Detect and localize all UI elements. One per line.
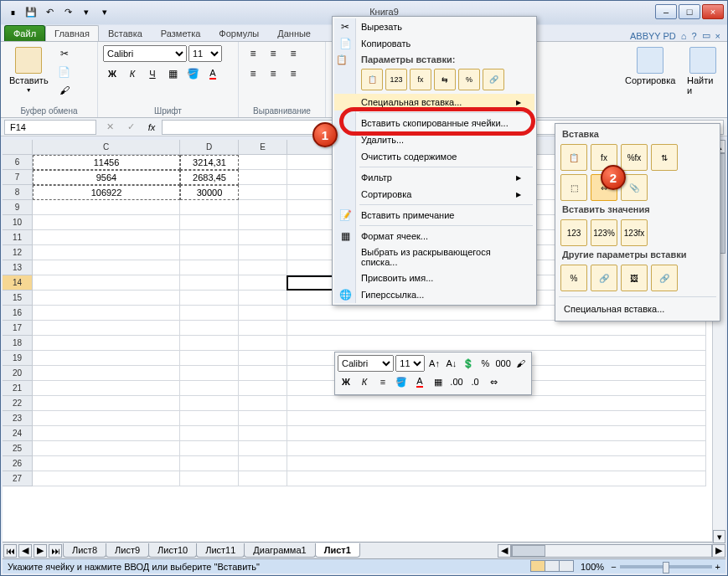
sheet-tab[interactable]: Лист10 [148,543,197,558]
sheet-tab-active[interactable]: Лист1 [315,543,360,558]
mini-align[interactable]: ≡ [374,373,391,390]
bold-button[interactable]: Ж [103,65,121,82]
scroll-down-button[interactable]: ▾ [713,530,725,543]
cell[interactable] [239,200,287,215]
cell[interactable] [239,215,287,230]
find-select-button[interactable]: Найти и [684,45,722,97]
align-left-icon[interactable]: ≡ [244,65,262,82]
align-mid-icon[interactable]: ≡ [264,45,282,62]
cell[interactable] [33,230,180,245]
cell[interactable] [33,456,180,471]
row-header[interactable]: 16 [3,306,33,321]
cell[interactable] [287,426,706,441]
paste-link-icon[interactable]: 🔗 [483,69,504,90]
cell[interactable] [239,230,287,245]
paste-button[interactable]: Вставить ▼ [6,45,52,95]
cell[interactable] [180,396,239,411]
cell[interactable]: 2683,45 [180,170,239,185]
cell[interactable] [180,366,239,381]
cell[interactable] [287,471,706,486]
paste-format-icon[interactable]: % [458,69,480,90]
cell[interactable]: 9564 [33,170,180,185]
mini-dec-dec[interactable]: .0 [467,373,483,390]
tab-insert[interactable]: Вставка [99,25,152,41]
sub-paste-picture[interactable]: 🖼 [621,265,648,291]
sub-paste-no-borders[interactable]: ⬚ [560,174,587,201]
cell[interactable] [180,426,239,441]
tab-layout[interactable]: Разметка [152,25,210,41]
mini-fill[interactable]: 🪣 [393,373,410,390]
ctx-insert-cells[interactable]: Вставить скопированные ячейки... [334,115,534,131]
cell[interactable] [180,381,239,396]
view-pagebreak[interactable] [559,560,574,572]
sub-paste-formulas-num[interactable]: %fx [621,144,648,171]
ctx-hyperlink[interactable]: 🌐Гиперссылка... [334,286,534,303]
cut-icon[interactable]: ✂ [55,45,74,62]
tab-formulas[interactable]: Формулы [209,25,268,41]
align-right-icon[interactable]: ≡ [284,65,302,82]
font-color-button[interactable]: А [204,65,222,82]
cell[interactable] [239,411,287,426]
cell[interactable] [239,381,287,396]
cell[interactable]: 106922 [33,185,180,200]
cell[interactable] [180,336,239,351]
mini-font-name[interactable]: Calibri [338,355,394,372]
sub-paste-linked-pic[interactable]: 🔗 [651,265,678,291]
col-header-e[interactable]: E [239,140,287,155]
cell[interactable] [239,426,287,441]
cell[interactable] [180,351,239,366]
cell[interactable] [239,155,287,170]
tab-file[interactable]: Файл [4,25,45,41]
row-header[interactable]: 9 [3,200,33,215]
paste-values-icon[interactable]: 123 [385,69,407,90]
cell[interactable] [239,170,287,185]
row-header[interactable]: 12 [3,245,33,260]
row-header[interactable]: 18 [3,336,33,351]
minimize-button[interactable]: – [655,4,677,19]
cell[interactable] [33,471,180,486]
cell[interactable] [33,396,180,411]
font-name-select[interactable]: Calibri [103,45,187,62]
maximize-button[interactable]: □ [679,4,700,19]
underline-button[interactable]: Ч [143,65,162,82]
copy-icon[interactable]: 📄 [55,64,74,80]
cell[interactable] [239,291,287,306]
qat-customize[interactable]: ▾ [96,3,113,20]
cell[interactable] [180,306,239,321]
row-header[interactable]: 10 [3,215,33,230]
cell[interactable]: 30000 [180,185,239,200]
row-header[interactable]: 22 [3,396,33,411]
row-header[interactable]: 7 [3,170,33,185]
row-header[interactable]: 14 [3,275,33,291]
print-button[interactable]: ▾ [78,3,95,20]
row-header[interactable]: 11 [3,230,33,245]
sub-paste-special-dialog[interactable]: Специальная вставка... [559,301,716,317]
ctx-paste-special[interactable]: Специальная вставка...▶ [334,94,534,111]
ctx-comment[interactable]: 📝Вставить примечание [334,207,534,224]
name-box[interactable]: F14 [4,120,96,135]
cell[interactable] [33,366,180,381]
paste-transpose-icon[interactable]: ⇆ [434,69,456,90]
redo-button[interactable]: ↷ [59,3,76,20]
cell[interactable] [239,441,287,456]
cell[interactable] [239,351,287,366]
cell[interactable] [239,245,287,260]
cell[interactable] [180,200,239,215]
cell[interactable] [180,411,239,426]
mdi-restore-icon[interactable]: ▭ [702,30,710,41]
cell[interactable] [33,306,180,321]
cell[interactable] [33,321,180,336]
cell[interactable] [239,336,287,351]
row-header[interactable]: 6 [3,155,33,170]
cell[interactable] [180,215,239,230]
mini-comma[interactable]: 000 [495,355,512,372]
hscroll-left[interactable]: ◀ [498,544,511,558]
mini-italic[interactable]: К [356,373,373,390]
zoom-in[interactable]: + [715,562,720,572]
sub-paste-formatting[interactable]: % [560,265,587,291]
cell[interactable] [33,245,180,260]
cell[interactable] [33,381,180,396]
sub-paste-values-num[interactable]: 123% [591,219,617,246]
close-button[interactable]: × [702,4,724,19]
ctx-sort[interactable]: Сортировка▶ [334,186,534,203]
